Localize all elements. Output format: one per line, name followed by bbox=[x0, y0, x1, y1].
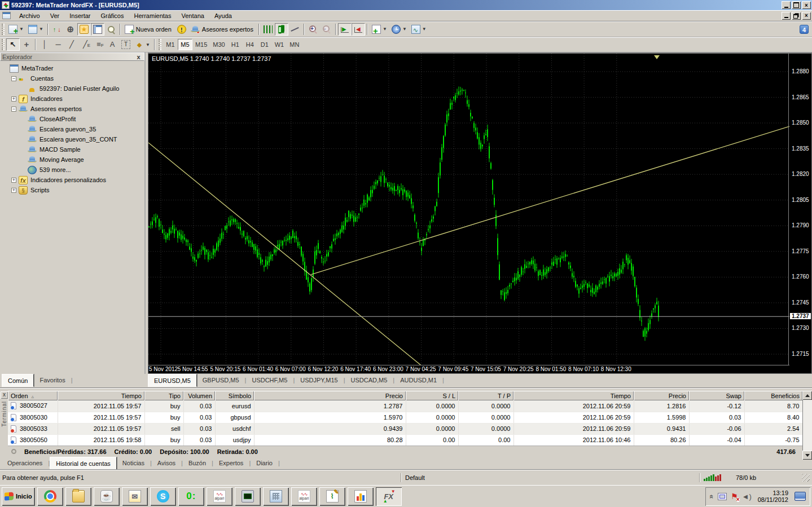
chart-document-icon[interactable] bbox=[2, 12, 11, 19]
tree-item[interactable]: +§Scripts bbox=[2, 185, 144, 195]
timeframe-h1-button[interactable]: H1 bbox=[228, 39, 243, 50]
taskbar-app-editor[interactable]: ⌇ bbox=[319, 487, 345, 506]
expert-advisors-button[interactable]: Asesores expertos bbox=[188, 23, 257, 36]
tree-item[interactable]: MetaTrader bbox=[2, 63, 144, 73]
strategy-tester-button[interactable] bbox=[104, 23, 118, 36]
cursor-tool-button[interactable]: ↖ bbox=[6, 38, 20, 51]
column-header-swap[interactable]: Swap bbox=[689, 391, 744, 400]
close-button[interactable]: × bbox=[802, 1, 811, 9]
arrows-tool-button[interactable]: ◆▼ bbox=[133, 38, 152, 51]
new-chart-button[interactable]: ▼ bbox=[6, 23, 26, 36]
chart-tab-usdcad-m5[interactable]: USDCAD,M5 bbox=[345, 375, 393, 386]
candlestick-mode-button[interactable] bbox=[275, 23, 288, 36]
column-header-precio[interactable]: Precio bbox=[254, 391, 406, 400]
menu-gráficos[interactable]: Gráficos bbox=[96, 11, 129, 21]
new-order-button[interactable]: Nueva orden bbox=[122, 23, 175, 36]
toolbar-grip[interactable] bbox=[2, 39, 5, 50]
taskbar-app-chart-app[interactable] bbox=[348, 487, 374, 506]
maximize-button[interactable] bbox=[792, 1, 801, 9]
child-minimize-button[interactable] bbox=[782, 12, 791, 20]
chart-shift-button[interactable] bbox=[352, 23, 365, 36]
tree-toggle-icon[interactable]: − bbox=[11, 107, 16, 112]
taskbar-app-java[interactable]: ☕ bbox=[94, 487, 120, 506]
templates-button[interactable]: ▼ bbox=[409, 23, 429, 36]
trendline-button[interactable]: ╱ bbox=[65, 38, 78, 51]
terminal-button[interactable] bbox=[91, 23, 104, 36]
tree-item[interactable]: CloseAtProfit bbox=[2, 114, 144, 124]
column-header-beneficios[interactable]: Beneficios bbox=[744, 391, 802, 400]
tree-item[interactable]: +fxIndicadores personalizados bbox=[2, 175, 144, 185]
tree-toggle-icon[interactable]: + bbox=[11, 178, 16, 183]
taskbar-app-metatrader[interactable]: FX bbox=[376, 487, 402, 506]
tree-toggle-icon[interactable]: − bbox=[11, 76, 16, 81]
security-alert-icon[interactable]: ⚑ bbox=[731, 492, 738, 501]
terminal-tab-expertos[interactable]: Expertos bbox=[213, 458, 249, 469]
tree-item[interactable]: −Cuentas bbox=[2, 73, 144, 83]
navigator-close-icon[interactable]: x bbox=[135, 54, 142, 60]
navigator-tab-favoritos[interactable]: Favoritos bbox=[34, 375, 71, 386]
data-window-button[interactable]: ⊕ bbox=[64, 23, 77, 36]
taskbar-app-alpari[interactable]: ∿∿alpari bbox=[207, 487, 232, 506]
chart-tab-eurusd-m5[interactable]: EURUSD,M5 bbox=[148, 374, 197, 387]
tree-item[interactable]: +fIndicadores bbox=[2, 94, 144, 104]
toolbar-grip[interactable] bbox=[159, 39, 161, 50]
navigator-button[interactable] bbox=[77, 23, 91, 36]
status-profile[interactable]: Default bbox=[405, 474, 696, 481]
bar-chart-mode-button[interactable] bbox=[261, 23, 275, 36]
taskbar-app-mail[interactable]: ✉ bbox=[122, 487, 148, 506]
navigator-tab-com-n[interactable]: Común bbox=[2, 374, 34, 387]
terminal-tab-buz-n[interactable]: Buzón bbox=[183, 458, 212, 469]
timeframe-w1-button[interactable]: W1 bbox=[272, 39, 287, 50]
menu-ver[interactable]: Ver bbox=[45, 11, 65, 21]
tree-item[interactable]: 539 more... bbox=[2, 165, 144, 175]
indicators-button[interactable]: ▼ bbox=[370, 23, 389, 36]
timeframe-m15-button[interactable]: M15 bbox=[192, 39, 210, 50]
table-row[interactable]: 380050332012.11.05 19:57sell0.03usdchf0.… bbox=[8, 423, 802, 434]
menu-ayuda[interactable]: Ayuda bbox=[209, 11, 237, 21]
start-button[interactable]: Inicio bbox=[2, 487, 35, 506]
terminal-close-icon[interactable]: x bbox=[1, 391, 8, 399]
text-label-button[interactable]: T bbox=[119, 38, 133, 51]
tree-item[interactable]: MACD Sample bbox=[2, 144, 144, 155]
terminal-tab-avisos[interactable]: Avisos bbox=[152, 458, 181, 469]
terminal-tab-historial-de-cuentas[interactable]: Historial de cuentas bbox=[50, 457, 117, 470]
periods-button[interactable]: ▼ bbox=[389, 23, 409, 36]
horizontal-line-button[interactable]: ─ bbox=[51, 38, 65, 51]
menu-ventana[interactable]: Ventana bbox=[177, 11, 209, 21]
timeframe-m1-button[interactable]: M1 bbox=[163, 39, 178, 50]
tray-clock[interactable]: 13:19 08/11/2012 bbox=[756, 490, 791, 503]
taskbar-app-chrome[interactable] bbox=[37, 487, 63, 506]
scroll-up-button[interactable] bbox=[802, 391, 812, 400]
network-icon[interactable] bbox=[718, 493, 727, 500]
taskbar-app-file-explorer[interactable] bbox=[65, 487, 91, 506]
zoom-in-button[interactable]: + bbox=[306, 23, 320, 36]
show-desktop-icon[interactable] bbox=[795, 492, 806, 501]
tree-item[interactable]: Escalera guevon_35_CONT bbox=[2, 134, 144, 144]
chart-window[interactable]: EURUSD,M5 1.2740 1.2740 1.2737 1.2737 1.… bbox=[148, 52, 812, 374]
auto-scroll-button[interactable] bbox=[338, 23, 352, 36]
column-header-s-l[interactable]: S / L bbox=[406, 391, 458, 400]
channel-button[interactable]: ╱E bbox=[78, 38, 92, 51]
taskbar-app-timer-zero[interactable]: 0: bbox=[178, 487, 204, 506]
terminal-tab-operaciones[interactable]: Operaciones bbox=[2, 458, 48, 469]
table-row[interactable]: 380050272012.11.05 19:57buy0.03eurusd1.2… bbox=[8, 400, 802, 412]
column-header-t-p[interactable]: T / P bbox=[458, 391, 513, 400]
menu-herramientas[interactable]: Herramientas bbox=[129, 11, 176, 21]
chart-tab-audusd-m1[interactable]: AUDUSD,M1 bbox=[394, 375, 442, 386]
chart-tab-gbpusd-m5[interactable]: GBPUSD,M5 bbox=[197, 375, 245, 386]
zoom-out-button[interactable]: - bbox=[320, 23, 333, 36]
timeframe-mn-button[interactable]: MN bbox=[287, 39, 302, 50]
toolbar-grip[interactable] bbox=[2, 24, 5, 35]
column-header-volumen[interactable]: Volumen bbox=[183, 391, 215, 400]
volume-icon[interactable]: ◄) bbox=[742, 492, 752, 501]
taskbar-app-remote-monitor[interactable] bbox=[235, 487, 261, 506]
table-scrollbar[interactable] bbox=[802, 391, 812, 460]
timeframe-h4-button[interactable]: H4 bbox=[243, 39, 257, 50]
terminal-tab-diario[interactable]: Diario bbox=[251, 458, 278, 469]
table-row[interactable]: 380050302012.11.05 19:57buy0.03gbpusd1.5… bbox=[8, 412, 802, 423]
tree-item[interactable]: −Asesores expertos bbox=[2, 104, 144, 114]
market-watch-button[interactable] bbox=[50, 23, 64, 36]
line-chart-mode-button[interactable] bbox=[288, 23, 302, 36]
column-header-tiempo[interactable]: Tiempo bbox=[513, 391, 634, 400]
child-close-button[interactable]: × bbox=[802, 12, 811, 20]
